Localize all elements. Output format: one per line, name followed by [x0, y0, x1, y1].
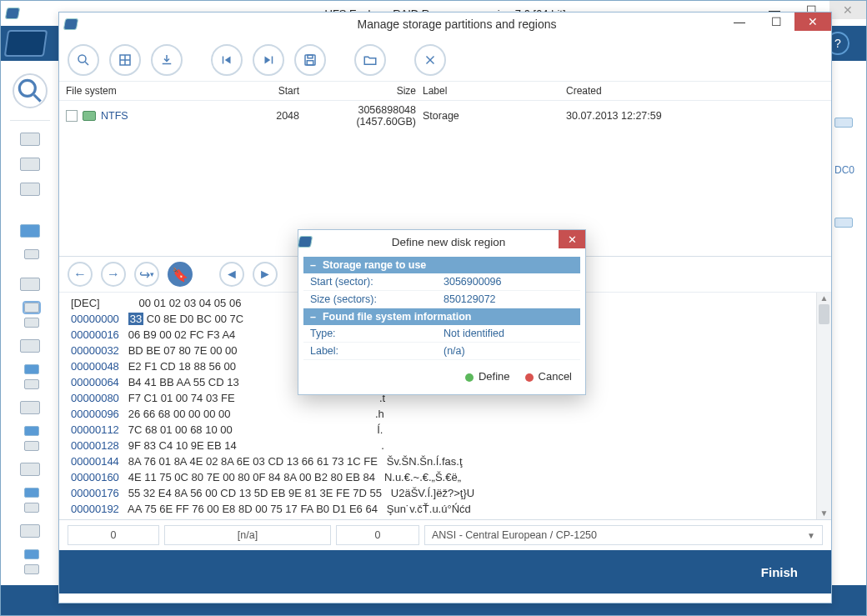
manage-title: Manage storage partitions and regions — [83, 18, 831, 31]
close-button[interactable]: ✕ — [829, 1, 866, 19]
hex-forward-button[interactable]: ► — [253, 262, 278, 287]
define-button[interactable]: Define — [465, 370, 510, 383]
close-button[interactable]: ✕ — [794, 13, 831, 31]
manage-toolbar — [59, 36, 831, 81]
volume-icon[interactable] — [24, 441, 39, 451]
row-fs: NTFS — [101, 110, 128, 122]
col-start[interactable]: Start — [199, 85, 299, 97]
disk-icon[interactable] — [20, 278, 40, 291]
encoding-dropdown[interactable]: ANSI - Central European / CP-1250 ▼ — [424, 525, 823, 545]
dialog-title: Define new disk region — [312, 236, 585, 248]
save-button[interactable] — [294, 44, 326, 76]
hex-header: 00 01 02 03 04 05 06 — [138, 297, 241, 309]
raid-icon[interactable] — [20, 224, 40, 238]
finish-button[interactable]: Finish — [761, 565, 798, 579]
svg-rect-13 — [307, 61, 313, 65]
disk-icon[interactable] — [20, 401, 40, 414]
col-created[interactable]: Created — [566, 85, 824, 97]
disk-icon[interactable] — [20, 524, 40, 538]
row-created: 30.07.2013 12:27:59 — [566, 110, 824, 122]
section-storage-range[interactable]: –Storage range to use — [303, 257, 580, 273]
scroll-down-icon[interactable]: ▼ — [817, 508, 831, 519]
svg-rect-12 — [308, 55, 313, 58]
encoding-label: ANSI - Central European / CP-1250 — [432, 529, 597, 541]
maximize-button[interactable]: ☐ — [758, 13, 794, 31]
bookmark-button[interactable]: 🔖 — [168, 262, 193, 287]
right-token: DC0 — [834, 164, 854, 176]
dec-label: [DEC] — [71, 297, 100, 309]
volume-icon[interactable] — [24, 318, 39, 328]
row-start: 2048 — [199, 110, 299, 122]
svg-point-0 — [19, 80, 35, 96]
dialog-close-button[interactable]: ✕ — [559, 230, 585, 248]
manage-window: Manage storage partitions and regions — … — [58, 12, 832, 603]
volume-icon-selected[interactable] — [24, 303, 39, 313]
volume-icon[interactable] — [24, 249, 39, 259]
pill-icon — [834, 118, 853, 128]
svg-line-3 — [85, 62, 88, 65]
app-icon — [1, 8, 24, 19]
section-found-fs[interactable]: –Found file system information — [303, 308, 580, 325]
col-filesystem[interactable]: File system — [66, 85, 199, 97]
red-dot-icon — [525, 373, 534, 382]
svg-rect-7 — [223, 57, 224, 64]
manage-titlebar[interactable]: Manage storage partitions and regions — … — [59, 13, 831, 36]
grid-button[interactable] — [109, 44, 141, 76]
cancel-button[interactable]: Cancel — [525, 370, 572, 383]
dialog-titlebar[interactable]: Define new disk region ✕ — [298, 230, 585, 253]
minimize-button[interactable]: — — [721, 13, 758, 31]
scan-button[interactable] — [68, 44, 99, 76]
hex-scrollbar[interactable]: ▲ ▼ — [816, 293, 831, 519]
status-position: 0 — [336, 525, 419, 545]
disk-icon[interactable] — [20, 339, 40, 353]
step-back-button[interactable] — [211, 44, 243, 76]
open-button[interactable] — [354, 44, 386, 76]
raid-member-icon[interactable] — [24, 549, 39, 559]
svg-rect-9 — [272, 57, 273, 64]
brand-logo — [4, 30, 48, 57]
row-label: Storage — [416, 110, 566, 122]
search-button[interactable] — [13, 73, 48, 108]
svg-marker-8 — [225, 57, 231, 64]
pill-icon — [834, 218, 853, 228]
right-sidebar-fragment: DC0 — [834, 118, 861, 231]
disk-icon[interactable] — [20, 158, 40, 171]
nav-back-button[interactable]: ← — [68, 262, 93, 287]
left-rail — [1, 62, 59, 585]
volume-icon[interactable] — [24, 379, 39, 389]
volume-icon[interactable] — [24, 564, 39, 574]
storage-icon[interactable] — [20, 133, 40, 146]
collapse-icon: – — [310, 259, 316, 271]
status-offset: 0 — [68, 525, 159, 545]
nav-forward-button[interactable]: → — [101, 262, 126, 287]
field-type: Type:Not identified — [303, 325, 580, 343]
row-checkbox[interactable] — [66, 110, 78, 122]
partition-table-header: File system Start Size Label Created — [59, 81, 831, 101]
disk-icon[interactable] — [20, 463, 40, 476]
disk-icon[interactable] — [20, 183, 40, 196]
hex-back-button[interactable]: ◄ — [219, 262, 244, 287]
partition-row[interactable]: NTFS 2048 3056898048 (1457.60GB) Storage… — [59, 101, 831, 131]
raid-member-icon[interactable] — [24, 426, 39, 436]
delete-button[interactable] — [414, 44, 446, 76]
raid-member-icon[interactable] — [24, 488, 39, 498]
import-button[interactable] — [151, 44, 183, 76]
hex-status-bar: 0 [n/a] 0 ANSI - Central European / CP-1… — [59, 520, 831, 550]
app-icon — [59, 18, 83, 30]
raid-member-icon[interactable] — [24, 364, 39, 374]
svg-point-2 — [78, 55, 86, 63]
col-label[interactable]: Label — [416, 85, 566, 97]
col-size[interactable]: Size — [299, 85, 416, 97]
field-size-sectors[interactable]: Size (sectors):850129072 — [303, 291, 580, 308]
volume-icon[interactable] — [24, 503, 39, 513]
chevron-down-icon: ▼ — [807, 531, 815, 540]
step-forward-button[interactable] — [253, 44, 284, 76]
scroll-up-icon[interactable]: ▲ — [817, 293, 831, 304]
field-start-sector[interactable]: Start (sector):3056900096 — [303, 273, 580, 291]
field-label: Label:(n/a) — [303, 343, 580, 360]
define-region-dialog: Define new disk region ✕ –Storage range … — [298, 229, 586, 395]
finish-bar: Finish — [59, 550, 831, 593]
scroll-thumb[interactable] — [819, 304, 829, 324]
ntfs-icon — [83, 111, 96, 121]
nav-forward-menu-button[interactable]: ↪▾ — [134, 262, 159, 287]
